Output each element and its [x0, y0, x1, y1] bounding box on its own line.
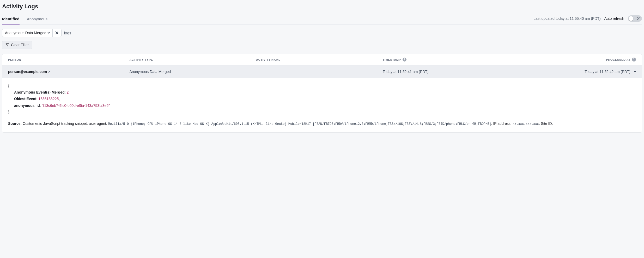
filter-chip-text: Anonymous Data Merged [5, 31, 46, 35]
chevron-up-icon[interactable] [634, 71, 636, 73]
tab-identified[interactable]: Identified [2, 15, 20, 24]
cell-activity-type: Anonymous Data Merged [129, 70, 256, 74]
filter-chip-remove-button[interactable] [52, 29, 61, 37]
cell-timestamp: Today at 11:52:41 am (PDT) [383, 70, 531, 74]
clear-filter-button[interactable]: Clear Filter [2, 41, 32, 49]
col-processed-at: PROCESSED AT ? [530, 58, 636, 62]
filter-row: Anonymous Data Merged logs [2, 29, 642, 37]
ip-value: xx.xxx.xxx.xxx [513, 122, 539, 126]
table-row[interactable]: person@example.com Anonymous Data Merged… [2, 65, 642, 78]
json-payload: { Anonymous Event(s) Merged: 2, Oldest E… [8, 83, 636, 115]
json-row: anonymous_id: "f13c6eb7-9fc0-b00d-ef5a-1… [14, 102, 636, 109]
filter-chip: Anonymous Data Merged [2, 29, 62, 37]
activity-table: PERSON ACTIVITY TYPE ACTIVITY NAME TIMES… [2, 54, 642, 133]
row-detail-panel: { Anonymous Event(s) Merged: 2, Oldest E… [2, 78, 642, 132]
cell-processed-at: Today at 11:52:42 am (PDT) [530, 70, 636, 74]
json-row: Anonymous Event(s) Merged: 2, [14, 89, 636, 96]
auto-refresh-label: Auto refresh [604, 16, 624, 21]
last-updated-text: Last updated today at 11:55:40 am (PDT) [533, 16, 601, 21]
help-icon[interactable]: ? [632, 58, 636, 62]
svg-marker-0 [6, 44, 9, 46]
brace-close: } [8, 109, 636, 115]
auto-refresh-toggle[interactable]: Off [628, 15, 642, 22]
toggle-state-text: Off [637, 17, 640, 20]
tabs-bar: Identified Anonymous Last updated today … [2, 15, 642, 24]
help-icon[interactable]: ? [403, 58, 406, 62]
filter-trailing-text: logs [64, 31, 71, 35]
page-title: Activity Logs [2, 3, 642, 10]
source-prefix: Customer.io JavaScript tracking snippet,… [22, 121, 108, 126]
toggle-knob-icon [629, 16, 633, 21]
col-activity-name: ACTIVITY NAME [256, 58, 383, 62]
site-label: , Site ID: [539, 121, 554, 126]
site-id-value: —————————————— [554, 122, 580, 126]
ip-label: , IP address: [491, 121, 513, 126]
col-timestamp: TIMESTAMP ? [383, 58, 531, 62]
tab-anonymous[interactable]: Anonymous [27, 15, 47, 24]
col-person: PERSON [8, 58, 129, 62]
filter-icon [5, 43, 9, 47]
chevron-right-icon [48, 71, 50, 73]
col-activity-type: ACTIVITY TYPE [129, 58, 256, 62]
chevron-down-icon [47, 31, 50, 34]
table-header: PERSON ACTIVITY TYPE ACTIVITY NAME TIMES… [2, 54, 642, 65]
clear-filter-label: Clear Filter [11, 43, 29, 47]
json-row: Oldest Event: 1636138225, [14, 96, 636, 102]
source-line: Source: Customer.io JavaScript tracking … [8, 121, 636, 127]
user-agent-value: Mozilla/5.0 (iPhone; CPU iPhone OS 14_8 … [108, 122, 491, 126]
brace-open: { [8, 83, 636, 89]
source-label: Source: [8, 121, 22, 126]
close-icon [55, 31, 59, 35]
cell-person[interactable]: person@example.com [8, 70, 129, 74]
filter-chip-dropdown[interactable]: Anonymous Data Merged [2, 29, 52, 37]
